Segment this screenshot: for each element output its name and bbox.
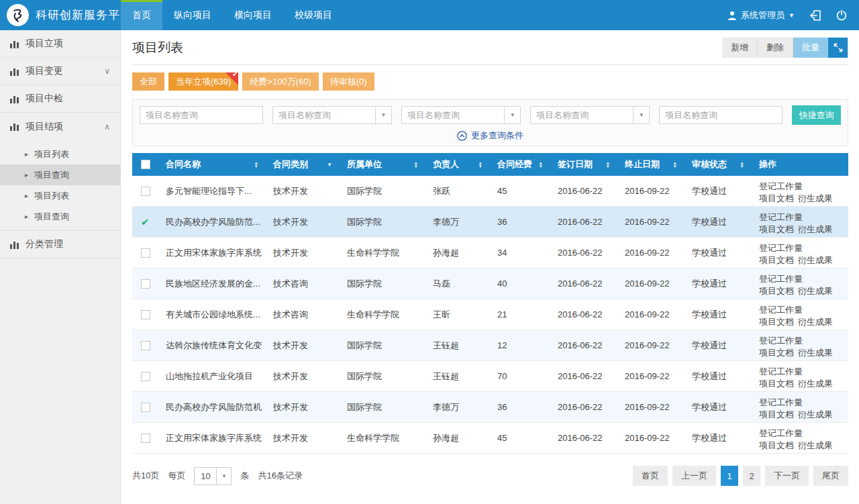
column-header-7[interactable]: 终止日期▲▼: [618, 158, 685, 170]
select-all-checkbox[interactable]: [141, 160, 150, 169]
row-checkbox[interactable]: [141, 341, 150, 350]
op-link-derived-results[interactable]: 衍生成果: [798, 286, 833, 296]
column-header-2[interactable]: 合同类别▼: [266, 158, 340, 170]
nav-tab-horizontal-projects[interactable]: 横向项目: [223, 0, 283, 30]
table-row[interactable]: ✔民办高校办学风险防范...技术开发国际学院李德万362016-06-22201…: [132, 207, 848, 238]
op-link-project-docs[interactable]: 项目文档: [759, 255, 794, 265]
filter-tab-pending[interactable]: 待审核(0): [323, 72, 374, 91]
row-checkbox[interactable]: [141, 434, 150, 443]
op-link-register-workload[interactable]: 登记工作量: [759, 243, 803, 253]
sort-icon[interactable]: ▲▼: [539, 161, 543, 168]
chevron-down-icon[interactable]: ▼: [216, 468, 231, 485]
column-header-1[interactable]: 合同名称▲▼: [159, 158, 266, 170]
op-link-derived-results[interactable]: 衍生成果: [798, 255, 833, 265]
op-link-register-workload[interactable]: 登记工作量: [759, 428, 803, 438]
row-checkbox[interactable]: [141, 310, 150, 319]
sort-icon[interactable]: ▲▼: [740, 161, 744, 168]
sidebar-subitem-project-list[interactable]: ▸ 项目列表: [0, 144, 120, 164]
sort-icon[interactable]: ▲▼: [478, 161, 483, 168]
sidebar-subitem-project-query[interactable]: ▸ 项目查询: [0, 164, 120, 185]
batch-button[interactable]: 批量: [793, 38, 828, 58]
first-page-button[interactable]: 首页: [633, 466, 668, 486]
page-number-button[interactable]: 1: [721, 466, 738, 486]
search-select-1[interactable]: 项目名称查询 ▼: [272, 106, 392, 124]
op-link-project-docs[interactable]: 项目文档: [759, 286, 794, 296]
chevron-down-icon[interactable]: ▼: [504, 107, 520, 123]
expand-button[interactable]: [828, 38, 848, 58]
table-row[interactable]: 有关城市公园绿地系统...技术咨询生命科学学院王昕212016-06-22201…: [132, 299, 848, 330]
sort-icon[interactable]: ▲▼: [414, 161, 418, 168]
more-conditions-link[interactable]: 更多查询条件: [140, 125, 841, 144]
op-link-register-workload[interactable]: 登记工作量: [759, 212, 803, 222]
next-page-button[interactable]: 下一页: [765, 466, 809, 486]
op-link-derived-results[interactable]: 衍生成果: [798, 379, 833, 389]
row-checkbox[interactable]: [141, 248, 150, 258]
op-link-register-workload[interactable]: 登记工作量: [759, 366, 803, 376]
filter-tab-funding[interactable]: 经费>100万(60): [242, 72, 318, 91]
op-link-project-docs[interactable]: 项目文档: [759, 409, 794, 419]
table-row[interactable]: 正文用宋体家族字库系统技术开发生命科学学院孙海超342016-06-222016…: [132, 238, 848, 268]
op-link-project-docs[interactable]: 项目文档: [759, 379, 794, 389]
nav-tab-vertical-projects[interactable]: 纵向项目: [162, 0, 223, 30]
search-input-2[interactable]: [659, 106, 782, 124]
power-icon[interactable]: [836, 10, 847, 21]
sort-icon[interactable]: ▲▼: [673, 161, 677, 168]
table-row[interactable]: 多元智能理论指导下...技术开发国际学院张跃452016-06-222016-0…: [132, 176, 848, 207]
sidebar-item-project-change[interactable]: 项目变更 ∨: [0, 58, 120, 85]
op-link-project-docs[interactable]: 项目文档: [759, 348, 794, 358]
filter-tab-current-year[interactable]: 当年立项(639) ✔: [168, 72, 238, 91]
table-row[interactable]: 民办高校办学风险防范机技术开发国际学院李德万362016-06-222016-0…: [132, 392, 848, 423]
user-menu[interactable]: 系统管理员 ▼: [727, 9, 795, 21]
column-header-5[interactable]: 合同经费▲▼: [491, 158, 551, 170]
nav-tab-home[interactable]: 首页: [121, 0, 162, 30]
table-row[interactable]: 正文用宋体家族字库系统技术开发生命科学学院孙海超452016-06-222016…: [132, 423, 848, 454]
column-header-6[interactable]: 签订日期▲▼: [551, 158, 618, 170]
op-link-register-workload[interactable]: 登记工作量: [759, 336, 803, 346]
filter-tab-all[interactable]: 全部: [132, 72, 164, 91]
search-select-2[interactable]: 项目名称查询 ▼: [401, 106, 521, 124]
sort-icon[interactable]: ▲▼: [254, 161, 258, 168]
table-row[interactable]: 山地拖拉机产业化项目技术开发国际学院王钰超702016-06-222016-09…: [132, 361, 848, 392]
quick-search-button[interactable]: 快捷查询: [792, 105, 841, 125]
column-header-8[interactable]: 审核状态▲▼: [685, 158, 752, 170]
op-link-project-docs[interactable]: 项目文档: [759, 193, 794, 203]
op-link-register-workload[interactable]: 登记工作量: [759, 305, 803, 315]
table-row[interactable]: 达斡尔族传统体育文化变技术开发国际学院王钰超122016-06-222016-0…: [132, 330, 848, 361]
op-link-derived-results[interactable]: 衍生成果: [798, 409, 833, 419]
sort-icon[interactable]: ▲▼: [606, 161, 610, 168]
page-number-button[interactable]: 2: [743, 466, 760, 486]
op-link-register-workload[interactable]: 登记工作量: [759, 274, 803, 284]
row-checked-icon[interactable]: ✔: [141, 216, 150, 228]
search-input-1[interactable]: [140, 106, 263, 124]
nav-tab-school-projects[interactable]: 校级项目: [283, 0, 344, 30]
op-link-derived-results[interactable]: 衍生成果: [798, 224, 833, 234]
sidebar-item-project-closure[interactable]: 项目结项 ∧: [0, 113, 120, 140]
op-link-project-docs[interactable]: 项目文档: [759, 440, 794, 450]
page-size-select[interactable]: 10 ▼: [194, 467, 232, 485]
op-link-derived-results[interactable]: 衍生成果: [798, 440, 833, 450]
logout-icon[interactable]: [809, 10, 821, 21]
column-header-4[interactable]: 负责人▲▼: [426, 158, 491, 170]
row-checkbox[interactable]: [141, 279, 150, 289]
op-link-register-workload[interactable]: 登记工作量: [759, 181, 803, 191]
op-link-derived-results[interactable]: 衍生成果: [798, 193, 833, 203]
sidebar-subitem-project-list[interactable]: ▸ 项目列表: [0, 185, 120, 206]
add-button[interactable]: 新增: [722, 38, 758, 58]
column-header-3[interactable]: 所属单位▲▼: [340, 158, 426, 170]
op-link-project-docs[interactable]: 项目文档: [759, 224, 794, 234]
op-link-derived-results[interactable]: 衍生成果: [798, 317, 833, 327]
search-select-3[interactable]: 项目名称查询 ▼: [530, 106, 650, 124]
sidebar-item-category-management[interactable]: 分类管理: [0, 231, 120, 258]
chevron-down-icon[interactable]: ▼: [633, 107, 649, 123]
sidebar-item-project-initiation[interactable]: 项目立项: [0, 30, 120, 58]
row-checkbox[interactable]: [141, 403, 150, 412]
delete-button[interactable]: 删除: [758, 38, 793, 58]
row-checkbox[interactable]: [141, 187, 150, 196]
row-checkbox[interactable]: [141, 372, 150, 381]
last-page-button[interactable]: 尾页: [813, 466, 848, 486]
op-link-project-docs[interactable]: 项目文档: [759, 317, 794, 327]
op-link-register-workload[interactable]: 登记工作量: [759, 397, 803, 407]
prev-page-button[interactable]: 上一页: [672, 466, 716, 486]
op-link-derived-results[interactable]: 衍生成果: [798, 348, 833, 358]
sidebar-subitem-project-query[interactable]: ▸ 项目查询: [0, 206, 120, 227]
